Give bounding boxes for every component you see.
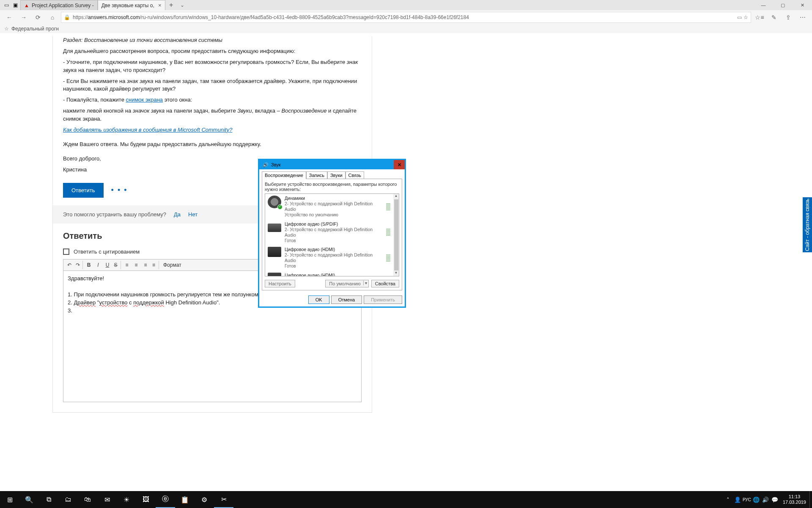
scrollbar[interactable]: ▲▼ — [393, 194, 399, 276]
home-button[interactable]: ⌂ — [47, 11, 58, 23]
bullet-3: - Пожалуйста, покажите снимок экрана это… — [63, 96, 362, 104]
redo-icon[interactable]: ↷ — [74, 261, 83, 269]
tab-playback[interactable]: Воспроизведение — [262, 171, 306, 179]
align-right-icon[interactable]: ≡ — [141, 261, 150, 269]
device-row-2[interactable]: Цифровое аудио (HDMI)2- Устройство с под… — [265, 245, 399, 271]
strike-icon[interactable]: S — [112, 261, 121, 269]
task-view-icon[interactable]: ⧉ — [39, 491, 58, 508]
reading-view-icon[interactable]: ▭ — [737, 14, 742, 20]
helpful-yes[interactable]: Да — [174, 211, 181, 218]
url-domain: answers.microsoft.com — [88, 14, 140, 20]
apply-button[interactable]: Применить — [364, 295, 402, 304]
section-label: Раздел: Восстановление из точки восстано… — [63, 37, 222, 43]
dialog-panel: Выберите устройство воспроизведения, пар… — [262, 179, 402, 290]
dialog-footer: OK Отмена Применить — [259, 293, 405, 306]
tab-recording[interactable]: Запись — [306, 171, 327, 179]
people-icon[interactable]: 👤 — [733, 491, 742, 508]
device-list[interactable]: Динамики2- Устройство с поддержкой High … — [265, 193, 399, 276]
taskview-icon[interactable]: ▭ — [3, 0, 10, 10]
new-tab-button[interactable]: + — [165, 0, 177, 10]
system-tray: ˄ 👤 РУС 🌐 🔊 💬 11:1317.03.2019 — [724, 491, 812, 508]
notifications-icon[interactable]: 💬 — [770, 491, 779, 508]
favorites-icon[interactable]: ☆≡ — [754, 11, 765, 23]
configure-button[interactable]: Настроить — [265, 280, 295, 287]
address-bar[interactable]: 🔒 https://answers.microsoft.com/ru-ru/wi… — [61, 12, 751, 23]
weather-icon[interactable]: ☀ — [117, 491, 136, 508]
align-justify-icon[interactable]: ≡ — [151, 261, 159, 269]
taskbar-clock[interactable]: 11:1317.03.2019 — [779, 494, 809, 505]
browser-tab-0[interactable]: ▲ Project Application Survey - — [20, 0, 98, 10]
forward-button[interactable]: → — [18, 11, 30, 23]
reply-button[interactable]: Ответить — [63, 183, 104, 198]
menu-icon[interactable]: ⋯ — [797, 11, 809, 23]
settings-icon[interactable]: ⚙ — [195, 491, 214, 508]
search-icon[interactable]: 🔍 — [19, 491, 39, 508]
close-icon[interactable]: × — [158, 2, 162, 8]
browser-tab-1[interactable]: Две звуковые карты о, × — [98, 0, 165, 10]
speaker-icon: 🔊 — [263, 162, 269, 168]
dialog-tabs: Воспроизведение Запись Звуки Связь — [262, 171, 402, 179]
taskview2-icon[interactable]: ▣ — [11, 0, 19, 10]
level-meter-icon — [386, 221, 390, 244]
snipping-icon[interactable]: ✂ — [214, 491, 233, 508]
help-link[interactable]: Как добавлять изображения в сообщения в … — [63, 127, 232, 133]
volume-icon[interactable]: 🔊 — [761, 491, 770, 508]
tray-chevron-icon[interactable]: ˄ — [724, 491, 733, 508]
show-desktop-button[interactable] — [809, 491, 812, 508]
align-center-icon[interactable]: ≡ — [132, 261, 140, 269]
tabs-chevron-icon[interactable]: ⌄ — [177, 0, 187, 10]
back-button[interactable]: ← — [3, 11, 15, 23]
align-left-icon[interactable]: ≡ — [123, 261, 131, 269]
screenshot-link[interactable]: снимок экрана — [126, 97, 163, 103]
minimize-button[interactable]: — — [754, 0, 773, 10]
helpful-no[interactable]: Нет — [188, 211, 198, 218]
maximize-button[interactable]: ▢ — [773, 0, 793, 10]
close-button[interactable]: ✕ — [793, 0, 812, 10]
dialog-close-button[interactable]: ✕ — [394, 160, 405, 169]
tab-sounds[interactable]: Звуки — [327, 171, 346, 179]
file-explorer-icon[interactable]: 🗂 — [58, 491, 78, 508]
format-select[interactable]: Формат — [161, 262, 184, 268]
level-meter-icon — [386, 247, 390, 269]
favorite-icon[interactable]: ☆ — [743, 14, 748, 20]
dialog-hint: Выберите устройство воспроизведения, пар… — [265, 182, 399, 192]
avira-icon: ▲ — [24, 3, 29, 8]
photos-icon[interactable]: 🖼 — [136, 491, 156, 508]
bold-icon[interactable]: B — [85, 261, 93, 269]
fav-item[interactable]: Федеральный прогн — [11, 26, 59, 32]
share-icon[interactable]: ⇪ — [782, 11, 794, 23]
hdmi-device-icon — [268, 247, 281, 257]
italic-icon[interactable]: I — [94, 261, 102, 269]
network-icon[interactable]: 🌐 — [752, 491, 761, 508]
undo-icon[interactable]: ↶ — [65, 261, 74, 269]
mail-icon[interactable]: ✉ — [97, 491, 117, 508]
store-icon[interactable]: 🛍 — [78, 491, 97, 508]
editor-line-4: 3. — [68, 307, 357, 314]
notes-icon[interactable]: ✎ — [768, 11, 780, 23]
feedback-tab[interactable]: Сайт - обратная связь — [803, 197, 812, 252]
star-icon: ☆ — [4, 26, 9, 32]
cancel-button[interactable]: Отмена — [331, 295, 362, 304]
lang-icon[interactable]: РУС — [742, 491, 752, 508]
refresh-button[interactable]: ⟳ — [32, 11, 44, 23]
device-row-0[interactable]: Динамики2- Устройство с поддержкой High … — [265, 194, 399, 220]
url-path: /ru-ru/windows/forum/windows_10-hardware… — [140, 14, 469, 20]
notes-icon[interactable]: 📋 — [175, 491, 195, 508]
tab-strip: ▭ ▣ ▲ Project Application Survey - Две з… — [0, 0, 812, 10]
start-button[interactable]: ⊞ — [0, 491, 19, 508]
dialog-inner-actions: Настроить По умолчанию Свойства — [265, 280, 399, 287]
wait-text: Ждем Вашего ответа. Мы будем рады предос… — [63, 141, 362, 148]
edge-icon[interactable]: ⓔ — [156, 491, 175, 508]
quote-checkbox[interactable] — [63, 248, 69, 255]
tab-comm[interactable]: Связь — [346, 171, 364, 179]
dialog-titlebar[interactable]: 🔊 Звук ✕ — [259, 160, 405, 169]
favorites-bar: ☆ Федеральный прогн — [0, 25, 812, 33]
more-actions-icon[interactable]: • • • — [111, 186, 128, 195]
set-default-combo[interactable]: По умолчанию — [325, 280, 368, 287]
ok-button[interactable]: OK — [308, 295, 329, 304]
properties-button[interactable]: Свойства — [371, 280, 399, 287]
device-row-3[interactable]: Цифровое аудио (HDMI)Устройство с поддер… — [265, 271, 399, 277]
underline-icon[interactable]: U — [103, 261, 112, 269]
device-row-1[interactable]: Цифровое аудио (S/PDIF)2- Устройство с п… — [265, 220, 399, 246]
speaker-device-icon — [268, 196, 281, 208]
